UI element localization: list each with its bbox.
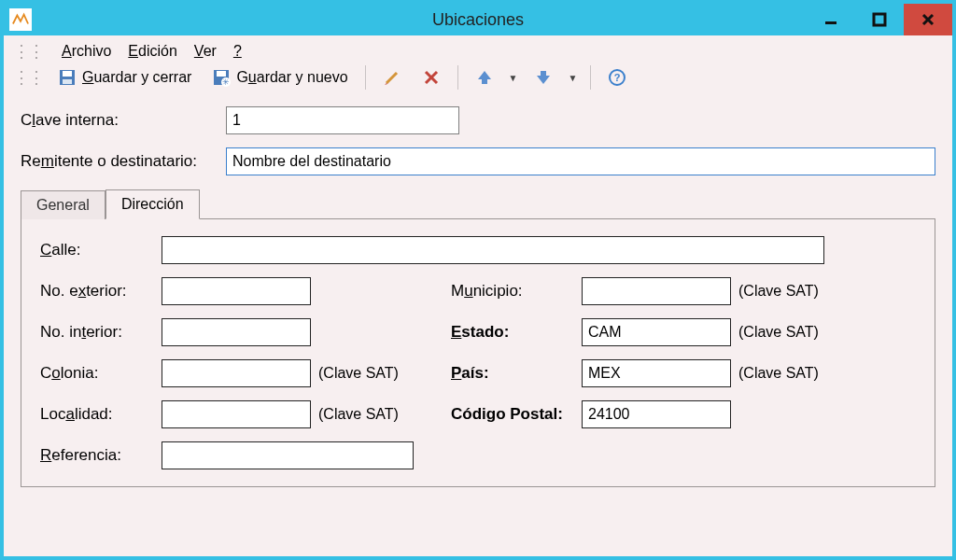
pais-label: País: [451, 364, 582, 383]
menu-help[interactable]: ? [233, 43, 242, 60]
save-icon [58, 68, 77, 87]
localidad-label: Localidad: [40, 405, 162, 424]
localidad-input[interactable] [162, 400, 311, 428]
referencia-label: Referencia: [40, 446, 162, 465]
calle-input[interactable] [162, 236, 824, 264]
svg-rect-1 [874, 14, 885, 25]
arrow-down-icon [534, 68, 553, 87]
arrow-up-icon [475, 68, 494, 87]
estado-sat-hint: (Clave SAT) [731, 324, 824, 341]
menu-ver[interactable]: Ver [194, 43, 217, 60]
toolbar-grip: ⋮⋮ [13, 67, 43, 88]
colonia-sat-hint: (Clave SAT) [311, 365, 414, 382]
titlebar: Ubicaciones [4, 4, 952, 35]
toolbar-separator [590, 65, 591, 90]
help-icon: ? [608, 68, 626, 87]
tab-direccion[interactable]: Dirección [105, 189, 200, 219]
move-down-button[interactable] [527, 65, 560, 90]
no-interior-label: No. interior: [40, 323, 162, 342]
pais-input[interactable] [582, 359, 731, 387]
delete-button[interactable] [415, 65, 448, 90]
toolbar-separator [365, 65, 366, 90]
municipio-sat-hint: (Clave SAT) [731, 283, 824, 300]
cp-input[interactable] [582, 400, 731, 428]
calle-label: Calle: [40, 241, 162, 259]
toolbar: ⋮⋮ Guardar y cerrar ✳ Guardar y nuevo [4, 63, 952, 97]
save-new-button[interactable]: ✳ Guardar y nuevo [204, 65, 355, 90]
colonia-label: Colonia: [40, 364, 162, 383]
no-exterior-input[interactable] [162, 277, 311, 305]
menubar-grip: ⋮⋮ [13, 41, 43, 62]
no-interior-input[interactable] [162, 318, 311, 346]
maximize-button[interactable] [855, 4, 904, 35]
window-title: Ubicaciones [432, 10, 524, 30]
move-up-dropdown[interactable]: ▼ [505, 73, 522, 83]
remitente-input[interactable] [226, 147, 935, 175]
referencia-input[interactable] [162, 441, 414, 469]
pencil-icon [383, 68, 401, 87]
svg-marker-15 [478, 71, 491, 84]
localidad-sat-hint: (Clave SAT) [311, 406, 414, 423]
minimize-button[interactable] [807, 4, 855, 35]
municipio-label: Municipio: [451, 282, 582, 301]
menubar: ⋮⋮ Archivo Edición Ver ? [4, 35, 952, 63]
clave-interna-label: Clave interna: [21, 111, 226, 130]
svg-text:?: ? [614, 72, 621, 83]
save-new-icon: ✳ [212, 68, 231, 87]
svg-rect-0 [825, 21, 836, 24]
pais-sat-hint: (Clave SAT) [731, 365, 824, 382]
move-up-button[interactable] [468, 65, 501, 90]
svg-rect-8 [217, 71, 226, 77]
delete-x-icon [422, 68, 441, 87]
estado-label: Estado: [451, 323, 582, 342]
clave-interna-input[interactable] [226, 106, 459, 134]
save-close-button[interactable]: Guardar y cerrar [50, 65, 199, 90]
app-icon [9, 8, 32, 31]
svg-line-11 [387, 73, 397, 83]
help-button[interactable]: ? [600, 65, 634, 90]
svg-marker-16 [537, 71, 550, 84]
close-button[interactable] [904, 4, 952, 35]
menu-edicion[interactable]: Edición [128, 43, 176, 60]
form-area: Clave interna: Remitente o destinatario:… [4, 97, 952, 487]
toolbar-separator [457, 65, 458, 90]
tabpanel-direccion: Calle: No. exterior: Municipio: (Clave S… [21, 218, 935, 487]
colonia-input[interactable] [162, 359, 311, 387]
svg-rect-6 [63, 79, 72, 84]
cp-label: Código Postal: [451, 405, 582, 424]
edit-button[interactable] [375, 65, 409, 90]
tab-general[interactable]: General [21, 190, 105, 219]
tabstrip: General Dirección [21, 189, 935, 218]
no-exterior-label: No. exterior: [40, 282, 162, 301]
remitente-label: Remitente o destinatario: [21, 152, 226, 171]
menu-archivo[interactable]: Archivo [62, 43, 111, 60]
svg-rect-5 [63, 71, 72, 77]
app-window: Ubicaciones ⋮⋮ Archivo Edición Ver ? ⋮⋮ … [0, 0, 956, 560]
window-controls [807, 4, 952, 35]
svg-text:✳: ✳ [222, 77, 230, 87]
move-down-dropdown[interactable]: ▼ [564, 73, 581, 83]
estado-input[interactable] [582, 318, 731, 346]
municipio-input[interactable] [582, 277, 731, 305]
